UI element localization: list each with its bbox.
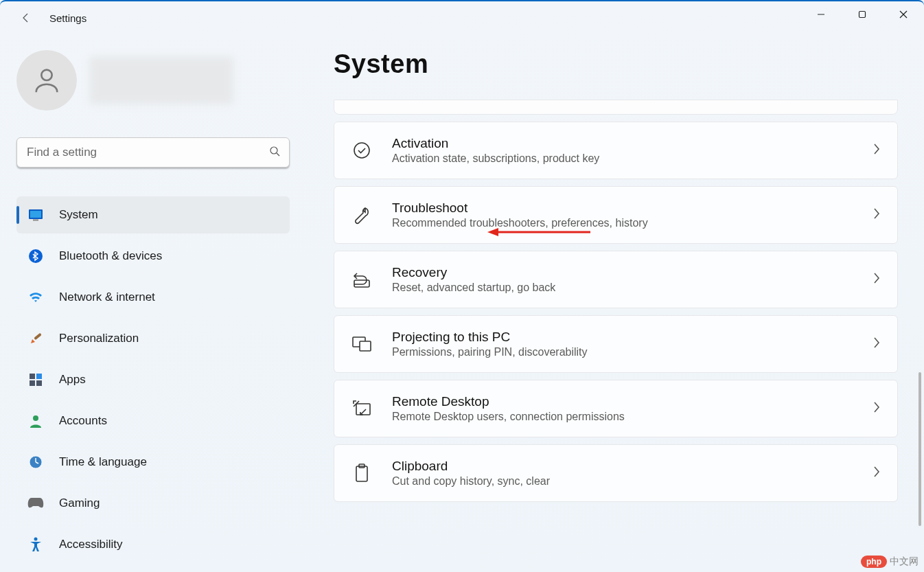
watermark-text: 中文网 xyxy=(890,556,919,568)
watermark: php 中文网 xyxy=(861,556,919,568)
sidebar-item-label: Accounts xyxy=(59,414,107,428)
chevron-right-icon xyxy=(873,401,881,416)
chevron-right-icon xyxy=(873,143,881,158)
svg-rect-21 xyxy=(354,280,369,287)
sidebar-item-accounts[interactable]: Accounts xyxy=(16,402,290,439)
svg-point-16 xyxy=(33,415,38,421)
svg-point-5 xyxy=(270,147,277,154)
display-icon xyxy=(27,207,44,223)
check-circle-icon xyxy=(351,139,373,161)
scrollbar-thumb[interactable] xyxy=(919,372,921,526)
gamepad-icon xyxy=(27,495,44,512)
card-troubleshoot[interactable]: Troubleshoot Recommended troubleshooters… xyxy=(334,186,898,244)
card-title: Clipboard xyxy=(392,459,853,474)
chevron-right-icon xyxy=(873,207,881,222)
settings-card-list: Activation Activation state, subscriptio… xyxy=(334,100,910,502)
clock-globe-icon xyxy=(27,454,44,470)
card-title: Activation xyxy=(392,136,853,151)
sidebar-item-system[interactable]: System xyxy=(16,196,290,233)
sidebar-item-bluetooth[interactable]: Bluetooth & devices xyxy=(16,238,290,275)
sidebar-item-label: Apps xyxy=(59,373,86,387)
card-text: Troubleshoot Recommended troubleshooters… xyxy=(392,201,853,229)
minimize-button[interactable] xyxy=(800,1,842,27)
card-clipboard[interactable]: Clipboard Cut and copy history, sync, cl… xyxy=(334,444,898,502)
apps-icon xyxy=(27,371,44,388)
main-content: System Activation Activation state, subs… xyxy=(334,49,910,572)
card-title: Projecting to this PC xyxy=(392,330,853,345)
card-desc: Reset, advanced startup, go back xyxy=(392,282,853,294)
sidebar-item-label: Personalization xyxy=(59,332,139,345)
svg-point-20 xyxy=(354,143,369,158)
card-desc: Permissions, pairing PIN, discoverabilit… xyxy=(392,346,853,358)
sidebar-item-apps[interactable]: Apps xyxy=(16,361,290,398)
svg-rect-11 xyxy=(34,333,42,341)
sidebar: System Bluetooth & devices Network & int… xyxy=(0,43,302,567)
sidebar-item-label: System xyxy=(59,208,98,222)
card-text: Clipboard Cut and copy history, sync, cl… xyxy=(392,459,853,488)
card-title: Remote Desktop xyxy=(392,394,853,409)
svg-rect-8 xyxy=(30,211,41,218)
svg-point-19 xyxy=(34,538,38,541)
nav: System Bluetooth & devices Network & int… xyxy=(16,196,290,563)
wrench-icon xyxy=(351,204,373,226)
card-activation[interactable]: Activation Activation state, subscriptio… xyxy=(334,122,898,179)
project-icon xyxy=(351,333,373,355)
paintbrush-icon xyxy=(27,330,44,347)
wifi-icon xyxy=(27,289,44,306)
card-text: Recovery Reset, advanced startup, go bac… xyxy=(392,265,853,294)
card-desc: Cut and copy history, sync, clear xyxy=(392,475,853,488)
sidebar-item-accessibility[interactable]: Accessibility xyxy=(16,526,290,563)
sidebar-item-label: Accessibility xyxy=(59,538,123,551)
svg-line-6 xyxy=(277,153,279,156)
card-title: Troubleshoot xyxy=(392,201,853,216)
svg-rect-12 xyxy=(30,374,35,379)
card-remote-desktop[interactable]: Remote Desktop Remote Desktop users, con… xyxy=(334,380,898,437)
watermark-badge: php xyxy=(861,556,887,568)
sidebar-item-label: Gaming xyxy=(59,496,100,510)
card-desc: Activation state, subscriptions, product… xyxy=(392,152,853,165)
svg-rect-14 xyxy=(30,380,35,386)
close-button[interactable] xyxy=(883,1,924,27)
card-projecting[interactable]: Projecting to this PC Permissions, pairi… xyxy=(334,315,898,373)
back-button[interactable] xyxy=(15,7,37,29)
sidebar-item-time-language[interactable]: Time & language xyxy=(16,444,290,481)
sidebar-item-label: Time & language xyxy=(59,455,147,469)
remote-desktop-icon xyxy=(351,398,373,420)
card-text: Activation Activation state, subscriptio… xyxy=(392,136,853,165)
page-title: System xyxy=(334,49,910,79)
profile-block[interactable] xyxy=(16,43,302,111)
card-recovery[interactable]: Recovery Reset, advanced startup, go bac… xyxy=(334,251,898,308)
search-icon xyxy=(269,146,280,159)
accessibility-icon xyxy=(27,536,44,553)
maximize-button[interactable] xyxy=(842,1,883,27)
svg-rect-1 xyxy=(859,12,866,18)
chevron-right-icon xyxy=(873,272,881,287)
app-title: Settings xyxy=(49,12,86,24)
search-wrap xyxy=(16,137,290,168)
svg-point-4 xyxy=(41,70,51,80)
svg-rect-24 xyxy=(356,404,370,415)
svg-rect-23 xyxy=(360,341,371,351)
sidebar-item-network[interactable]: Network & internet xyxy=(16,279,290,316)
sidebar-item-gaming[interactable]: Gaming xyxy=(16,485,290,522)
chevron-right-icon xyxy=(873,466,881,481)
bluetooth-icon xyxy=(27,248,44,264)
sidebar-item-label: Network & internet xyxy=(59,290,155,304)
avatar xyxy=(16,50,77,111)
title-bar: Settings xyxy=(0,1,924,34)
card-desc: Remote Desktop users, connection permiss… xyxy=(392,411,853,423)
window-controls xyxy=(800,1,924,27)
sidebar-item-label: Bluetooth & devices xyxy=(59,249,162,263)
card-partial-top xyxy=(334,100,898,115)
svg-rect-25 xyxy=(356,466,367,481)
search-input[interactable] xyxy=(16,137,290,168)
card-text: Remote Desktop Remote Desktop users, con… xyxy=(392,394,853,423)
svg-rect-13 xyxy=(36,374,42,379)
card-title: Recovery xyxy=(392,265,853,280)
svg-rect-9 xyxy=(33,220,38,221)
profile-name-redacted xyxy=(89,56,233,104)
card-text: Projecting to this PC Permissions, pairi… xyxy=(392,330,853,358)
card-desc: Recommended troubleshooters, preferences… xyxy=(392,217,853,229)
sidebar-item-personalization[interactable]: Personalization xyxy=(16,320,290,357)
clipboard-icon xyxy=(351,462,373,484)
